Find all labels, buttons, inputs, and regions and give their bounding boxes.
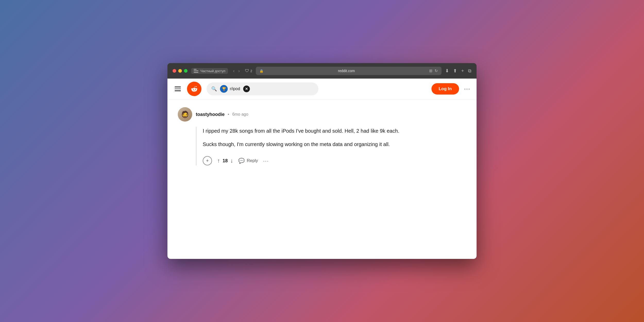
url-bar[interactable]: 🔒 reddit.com ⊞ ↻ <box>256 67 442 75</box>
close-button[interactable] <box>173 69 176 73</box>
username[interactable]: toastyhoodie <box>196 112 225 117</box>
toolbar-right: ⬇ ⬆ + ⧉ <box>445 68 471 74</box>
shield-badge[interactable]: 🛡 2 <box>245 69 252 73</box>
comment: 🧔 toastyhoodie • 6mo ago I ripped my 28k… <box>178 107 466 165</box>
forward-button[interactable]: › <box>237 68 241 74</box>
hamburger-button[interactable] <box>174 86 182 92</box>
comment-paragraph-1: I ripped my 28k songs from all the iPods… <box>203 127 466 135</box>
comment-actions: + ↑ 18 ↓ 💬 Reply <box>203 156 466 165</box>
tabs-button[interactable]: ⧉ <box>468 68 471 74</box>
back-button[interactable]: ‹ <box>232 68 236 74</box>
comment-body: I ripped my 28k songs from all the iPods… <box>196 127 466 165</box>
reply-label: Reply <box>247 158 258 163</box>
subreddit-name: r/ipod <box>230 87 240 91</box>
search-bar[interactable]: 🔍 🏆 r/ipod ✕ <box>207 82 318 95</box>
refresh-icon[interactable]: ↻ <box>435 69 438 73</box>
url-text: reddit.com <box>266 69 427 73</box>
comment-meta: toastyhoodie • 6mo ago <box>196 112 248 117</box>
vote-group: ↑ 18 ↓ <box>217 157 233 164</box>
subreddit-pill: 🏆 r/ipod <box>220 85 240 93</box>
more-options-button[interactable]: ··· <box>464 86 470 92</box>
login-button[interactable]: Log In <box>431 83 459 95</box>
meta-dot: • <box>228 112 229 117</box>
private-access-label: Частный доступ <box>200 69 225 73</box>
maximize-button[interactable] <box>184 69 188 73</box>
upvote-icon: ↑ <box>217 157 220 164</box>
share-button[interactable]: ⬆ <box>453 68 457 74</box>
downvote-button[interactable]: ↓ <box>230 157 233 164</box>
downvote-icon: ↓ <box>230 157 233 164</box>
vote-count: 18 <box>223 158 228 164</box>
user-avatar: 🧔 <box>178 107 192 122</box>
reply-button[interactable]: 💬 Reply <box>238 158 258 164</box>
reddit-logo[interactable] <box>187 82 201 96</box>
comment-section: 🧔 toastyhoodie • 6mo ago I ripped my 28k… <box>167 99 477 176</box>
sidebar-icon <box>194 69 198 73</box>
reddit-logo-icon <box>190 84 199 94</box>
minimize-button[interactable] <box>178 69 182 73</box>
translate-icon[interactable]: ⊞ <box>429 69 433 73</box>
nav-arrows: ‹ › <box>232 68 241 74</box>
reddit-header: 🔍 🏆 r/ipod ✕ Log In ··· <box>167 79 477 99</box>
new-tab-button[interactable]: + <box>461 68 464 74</box>
time-ago: 6mo ago <box>232 112 248 117</box>
add-button[interactable]: + <box>203 156 212 165</box>
sidebar-toggle[interactable]: Частный доступ <box>191 68 228 74</box>
reddit-page: 🔍 🏆 r/ipod ✕ Log In ··· 🧔 toastyh <box>167 79 477 259</box>
browser-window: Частный доступ ‹ › 🛡 2 🔒 reddit.com ⊞ ↻ … <box>167 63 477 259</box>
traffic-lights <box>173 69 188 73</box>
shield-count: 2 <box>250 69 252 73</box>
comment-header: 🧔 toastyhoodie • 6mo ago <box>178 107 466 122</box>
lock-icon: 🔒 <box>259 69 264 73</box>
avatar-image: 🧔 <box>178 107 192 122</box>
shield-icon: 🛡 <box>245 69 249 73</box>
search-icon: 🔍 <box>211 86 217 92</box>
title-bar: Частный доступ ‹ › 🛡 2 🔒 reddit.com ⊞ ↻ … <box>167 63 477 79</box>
comment-paragraph-2: Sucks though, I'm currently slowing work… <box>203 140 466 148</box>
subreddit-avatar: 🏆 <box>220 85 228 93</box>
download-button[interactable]: ⬇ <box>445 68 449 74</box>
reply-icon: 💬 <box>238 158 245 164</box>
more-actions-button[interactable]: ··· <box>263 158 269 164</box>
comment-text: I ripped my 28k songs from all the iPods… <box>203 127 466 148</box>
clear-search-button[interactable]: ✕ <box>243 86 250 92</box>
upvote-button[interactable]: ↑ <box>217 157 220 164</box>
